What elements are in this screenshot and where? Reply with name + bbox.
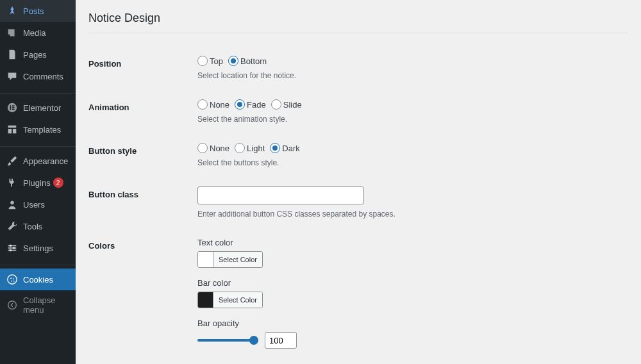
sidebar-item-label: Appearance bbox=[23, 156, 68, 166]
user-icon bbox=[6, 199, 18, 210]
svg-point-15 bbox=[11, 281, 12, 282]
sidebar-item-label: Cookies bbox=[23, 275, 53, 285]
cookie-icon bbox=[6, 274, 18, 285]
svg-point-17 bbox=[8, 301, 17, 310]
svg-rect-4 bbox=[12, 109, 15, 110]
sidebar-item-label: Plugins bbox=[23, 178, 51, 188]
main-content: Notice Design Position Top Bottom Select… bbox=[76, 0, 641, 364]
svg-point-5 bbox=[10, 201, 13, 204]
bar-opacity-slider[interactable] bbox=[197, 339, 258, 342]
page-icon bbox=[6, 49, 18, 60]
radio-animation-none[interactable]: None bbox=[197, 99, 229, 110]
sidebar-item-templates[interactable]: Templates bbox=[0, 119, 76, 140]
bar-color-picker[interactable]: Select Color bbox=[197, 292, 263, 308]
field-description: Enter additional button CSS classes sepa… bbox=[197, 210, 622, 219]
sidebar-item-users[interactable]: Users bbox=[0, 194, 76, 215]
svg-point-14 bbox=[13, 278, 14, 279]
text-color-label: Text color bbox=[197, 238, 622, 247]
field-description: Select the animation style. bbox=[197, 115, 622, 124]
text-color-swatch bbox=[198, 252, 213, 267]
menu-separator bbox=[0, 144, 76, 147]
sidebar-item-plugins[interactable]: Plugins 2 bbox=[0, 172, 76, 194]
svg-rect-1 bbox=[10, 105, 11, 110]
media-icon bbox=[6, 27, 18, 38]
section-heading: Notice Design bbox=[88, 6, 628, 33]
collapse-label: Collapse menu bbox=[23, 295, 69, 315]
field-label-button-style: Button style bbox=[88, 133, 191, 177]
bar-opacity-input[interactable] bbox=[265, 332, 297, 349]
svg-point-11 bbox=[10, 249, 12, 252]
button-class-input[interactable] bbox=[197, 186, 364, 204]
svg-point-12 bbox=[8, 275, 17, 284]
sidebar-item-label: Users bbox=[23, 200, 45, 210]
sidebar-item-label: Tools bbox=[23, 222, 42, 231]
comment-icon bbox=[6, 70, 18, 82]
field-label-position: Position bbox=[88, 46, 191, 90]
svg-point-9 bbox=[10, 245, 12, 247]
radio-animation-fade[interactable]: Fade bbox=[235, 99, 266, 110]
menu-separator bbox=[0, 262, 76, 265]
field-label-colors: Colors bbox=[88, 228, 191, 364]
select-bar-color-button[interactable]: Select Color bbox=[213, 292, 262, 308]
animation-radio-group: None Fade Slide bbox=[197, 99, 622, 110]
admin-sidebar: Posts Media Pages Comments Elementor Tem… bbox=[0, 0, 76, 364]
sidebar-item-label: Elementor bbox=[23, 103, 61, 113]
wrench-icon bbox=[6, 220, 18, 232]
sidebar-item-label: Templates bbox=[23, 125, 61, 135]
field-label-animation: Animation bbox=[88, 90, 191, 133]
svg-point-16 bbox=[13, 281, 15, 282]
sidebar-item-elementor[interactable]: Elementor bbox=[0, 97, 76, 119]
radio-position-top[interactable]: Top bbox=[197, 56, 223, 66]
brush-icon bbox=[6, 155, 18, 167]
sidebar-item-label: Settings bbox=[23, 244, 53, 253]
collapse-menu[interactable]: Collapse menu bbox=[0, 290, 76, 320]
settings-icon bbox=[6, 242, 18, 254]
svg-point-10 bbox=[13, 247, 15, 249]
plug-icon bbox=[6, 177, 18, 188]
sidebar-item-cookies[interactable]: Cookies bbox=[0, 269, 76, 290]
button-style-radio-group: None Light Dark bbox=[197, 143, 622, 153]
sidebar-item-appearance[interactable]: Appearance bbox=[0, 150, 76, 172]
menu-separator bbox=[0, 90, 76, 94]
sidebar-item-label: Pages bbox=[23, 50, 47, 60]
elementor-icon bbox=[6, 102, 18, 113]
sidebar-item-posts[interactable]: Posts bbox=[0, 0, 76, 22]
bar-opacity-label: Bar opacity bbox=[197, 318, 622, 328]
radio-buttonstyle-light[interactable]: Light bbox=[235, 143, 265, 153]
sidebar-item-label: Comments bbox=[23, 72, 63, 81]
field-label-button-class: Button class bbox=[88, 177, 191, 228]
field-description: Select the buttons style. bbox=[197, 158, 622, 167]
position-radio-group: Top Bottom bbox=[197, 56, 622, 66]
sidebar-item-pages[interactable]: Pages bbox=[0, 44, 76, 65]
radio-buttonstyle-none[interactable]: None bbox=[197, 143, 229, 153]
sidebar-item-tools[interactable]: Tools bbox=[0, 215, 76, 237]
sidebar-item-label: Posts bbox=[23, 6, 44, 16]
sidebar-item-label: Media bbox=[23, 28, 46, 38]
templates-icon bbox=[6, 124, 18, 135]
svg-rect-2 bbox=[12, 105, 15, 106]
settings-form: Position Top Bottom Select location for … bbox=[88, 46, 628, 364]
pin-icon bbox=[6, 5, 18, 17]
bar-color-swatch bbox=[198, 292, 213, 308]
field-description: Select location for the notice. bbox=[197, 71, 622, 80]
svg-point-13 bbox=[10, 277, 12, 279]
radio-position-bottom[interactable]: Bottom bbox=[228, 56, 267, 66]
sidebar-item-settings[interactable]: Settings bbox=[0, 237, 76, 259]
sidebar-item-media[interactable]: Media bbox=[0, 22, 76, 44]
bar-color-label: Bar color bbox=[197, 278, 622, 288]
radio-buttonstyle-dark[interactable]: Dark bbox=[270, 143, 299, 153]
text-color-picker[interactable]: Select Color bbox=[197, 251, 263, 268]
radio-animation-slide[interactable]: Slide bbox=[271, 99, 302, 110]
select-text-color-button[interactable]: Select Color bbox=[213, 252, 262, 267]
svg-rect-3 bbox=[12, 107, 15, 108]
collapse-icon bbox=[6, 299, 18, 311]
sidebar-item-comments[interactable]: Comments bbox=[0, 65, 76, 87]
update-badge: 2 bbox=[53, 178, 63, 188]
